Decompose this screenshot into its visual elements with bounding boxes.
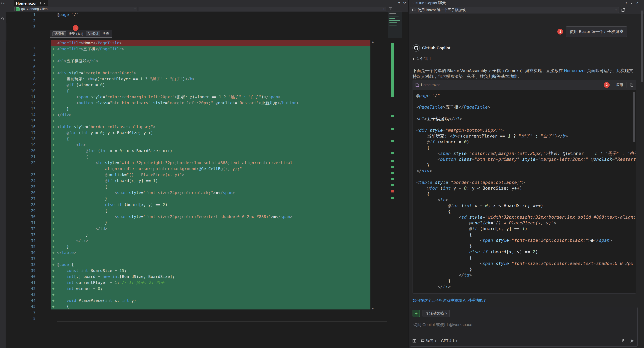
- diff-marker: +: [51, 112, 57, 118]
- apply-button[interactable]: 应用: [613, 82, 626, 88]
- code-line[interactable]: 36+</table>: [6, 250, 408, 256]
- code-text: @for (int y = 0; y < BoardSize; y++): [57, 130, 153, 136]
- inline-edit-box[interactable]: [57, 316, 388, 322]
- search-icon[interactable]: [1, 17, 4, 20]
- pin-icon[interactable]: [39, 2, 42, 5]
- code-line[interactable]: 4+: [6, 52, 408, 58]
- code-line[interactable]: 8+ 当前玩家: <b>@(currentPlayer == 1 ? "黑子" …: [6, 76, 408, 82]
- code-editor[interactable]: 1@page "/"23-<PageTitle>Home</PageTitle>…: [6, 12, 408, 348]
- code-line[interactable]: 23+ @onclick="() ⇒ PlacePiece(x, y)">: [6, 172, 408, 178]
- model-dropdown[interactable]: GPT-4.1 ▾: [441, 339, 458, 343]
- code-line[interactable]: 3+<PageTitle>五子棋</PageTitle>: [6, 46, 408, 52]
- code-line[interactable]: 42+ int winner = 0;: [6, 286, 408, 292]
- code-line[interactable]: 34+ </tr>: [6, 238, 408, 244]
- code-line[interactable]: align:middle;cursor:pointer;background:@…: [6, 166, 408, 172]
- chevron-down-icon[interactable]: ▾: [626, 2, 627, 4]
- code-line[interactable]: 29+ {: [6, 208, 408, 214]
- code-line[interactable]: 40+ int[,] board = new int[BoardSize, Bo…: [6, 274, 408, 280]
- code-line[interactable]: 21+ {: [6, 154, 408, 160]
- code-line[interactable]: 9+ @if (winner ≠ 0): [6, 82, 408, 88]
- line-number: 5: [6, 58, 36, 64]
- gear-icon[interactable]: ⚙: [403, 1, 406, 5]
- add-context-button[interactable]: +: [412, 310, 420, 317]
- history-icon[interactable]: [628, 8, 632, 12]
- code-block-filename: Home.razor: [421, 83, 440, 87]
- code-line[interactable]: 37+: [6, 256, 408, 262]
- code-block-line: <button class="btn btn-primary" style="m…: [416, 156, 636, 162]
- code-line[interactable]: 15+: [6, 118, 408, 124]
- active-document-chip[interactable]: 活动文档 ×: [422, 310, 450, 317]
- code-line[interactable]: 10+ {: [6, 88, 408, 94]
- followup-suggestion-link[interactable]: 如何在这个五子棋游戏中添加 AI 对手功能？: [412, 298, 487, 303]
- code-block-scrollbar[interactable]: [633, 92, 635, 142]
- code-line[interactable]: 44+ void PlacePiece(int x, int y): [6, 298, 408, 304]
- code-line[interactable]: 26+ <span style="font-size:24px;color:bl…: [6, 190, 408, 196]
- layout-icon[interactable]: [412, 339, 416, 343]
- code-line[interactable]: 39+ const int BoardSize = 15;: [6, 268, 408, 274]
- code-line[interactable]: 20+ @for (int x = 0; x < BoardSize; x++): [6, 148, 408, 154]
- scroll-up-arrow[interactable]: ▲: [372, 40, 374, 43]
- close-icon[interactable]: ×: [44, 2, 46, 5]
- open-in-window-icon[interactable]: [621, 8, 625, 12]
- session-dropdown[interactable]: 使用 Blazor 编一个五子棋游戏 ▾: [410, 7, 619, 13]
- code-line[interactable]: -<PageTitle>Home</PageTitle>: [6, 40, 408, 46]
- code-line[interactable]: 31+ }: [6, 220, 408, 226]
- minimap[interactable]: [388, 12, 402, 38]
- code-line[interactable]: 7+<div style="margin-bottom:10px;">: [6, 70, 408, 76]
- code-line[interactable]: 7: [6, 310, 408, 316]
- code-line[interactable]: 28+ else if (board[x, y] == 2): [6, 202, 408, 208]
- send-icon[interactable]: [630, 339, 634, 343]
- remove-context-icon[interactable]: ×: [445, 311, 448, 316]
- pin-icon[interactable]: [0, 2, 3, 4]
- code-line[interactable]: 19+ <tr>: [6, 142, 408, 148]
- panel-scrollbar[interactable]: [641, 10, 643, 82]
- code-line[interactable]: 3: [6, 24, 408, 30]
- accept-suggestion-button[interactable]: 接受 (1/1): [68, 32, 83, 36]
- code-line[interactable]: 18+ {: [6, 136, 408, 142]
- code-line[interactable]: 24+ @if (board[x, y] == 1): [6, 178, 408, 184]
- microphone-icon[interactable]: [621, 339, 625, 343]
- code-line[interactable]: 5+<h1>五子棋游戏</h1>: [6, 58, 408, 64]
- code-line[interactable]: 16+<table style="border-collapse:collaps…: [6, 124, 408, 130]
- code-line[interactable]: 30+ <span style="font-size:24px;color:#e…: [6, 214, 408, 220]
- code-line[interactable]: 1@page "/": [6, 12, 408, 18]
- code-line[interactable]: 27+ }: [6, 196, 408, 202]
- close-icon[interactable]: ×: [636, 1, 638, 5]
- code-line[interactable]: 12+ <button class="btn btn-primary" styl…: [6, 100, 408, 106]
- member-dropdown[interactable]: ▾: [138, 7, 386, 11]
- code-line[interactable]: 38+@code {: [6, 262, 408, 268]
- code-line[interactable]: 14+</div>: [6, 112, 408, 118]
- code-line[interactable]: 32+ </td>: [6, 226, 408, 232]
- code-line[interactable]: 2: [6, 18, 408, 24]
- chat-icon: [412, 8, 416, 12]
- project-dropdown[interactable]: g01Gobang.Client ▾: [14, 7, 138, 11]
- chat-input[interactable]: 询问 Copilot 或使用 @workspace: [413, 322, 472, 328]
- split-editor-icon[interactable]: [389, 7, 392, 10]
- chevron-down-icon[interactable]: ▾: [398, 1, 400, 5]
- added-mark: [392, 197, 394, 199]
- tab-home-razor[interactable]: Home.razor ×: [14, 0, 48, 6]
- code-line[interactable]: 41+ int currentPlayer = 1; // 1: 黑子, 2: …: [6, 280, 408, 286]
- code-line[interactable]: 35+ }: [6, 244, 408, 250]
- home-razor-link[interactable]: Home.razor: [564, 68, 586, 73]
- line-number: 38: [6, 262, 36, 268]
- diff-marker: +: [51, 244, 57, 250]
- code-line[interactable]: 43+: [6, 292, 408, 298]
- code-line[interactable]: 33+ }: [6, 232, 408, 238]
- code-line[interactable]: 6+: [6, 64, 408, 70]
- code-line[interactable]: 11+ <span style="color:red;margin-left:2…: [6, 94, 408, 100]
- scroll-down-arrow[interactable]: ▼: [372, 307, 374, 310]
- code-block-content[interactable]: @page "/" <PageTitle>五子棋</PageTitle> <h1…: [413, 90, 636, 291]
- pin-icon[interactable]: [630, 2, 633, 4]
- copy-icon[interactable]: [630, 83, 633, 87]
- discard-suggestion-button[interactable]: 放弃: [102, 32, 109, 36]
- code-line[interactable]: 22+ <td style="width:32px;height:32px;bo…: [6, 160, 408, 166]
- close-icon[interactable]: ×: [3, 2, 4, 4]
- mode-dropdown[interactable]: 询问 ▾: [421, 338, 436, 343]
- references-expander[interactable]: ▶ 1 个引用: [413, 56, 431, 61]
- code-line[interactable]: 13+ }: [6, 106, 408, 112]
- line-number: 29: [6, 208, 36, 214]
- code-line[interactable]: 17+ @for (int y = 0; y < BoardSize; y++): [6, 130, 408, 136]
- code-line[interactable]: 45+ {: [6, 304, 408, 310]
- code-line[interactable]: 25+ {: [6, 184, 408, 190]
